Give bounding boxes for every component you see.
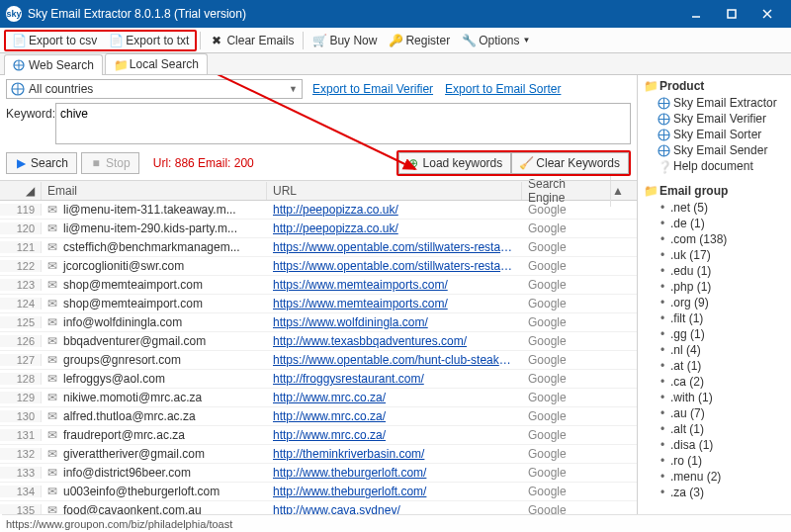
table-row[interactable]: 123✉shop@memteaimport.comhttps://www.mem… (0, 276, 637, 295)
keyword-label: Keyword: (6, 103, 55, 144)
url-link[interactable]: http://theminkriverbasin.com/ (267, 447, 522, 461)
export-csv-button[interactable]: 📄Export to csv (6, 32, 103, 49)
plus-icon: ⊕ (407, 157, 419, 169)
envelope-icon: ✉ (47, 222, 61, 235)
envelope-icon: ✉ (47, 297, 61, 310)
url-link[interactable]: http://www.theburgerloft.com/ (267, 485, 522, 498)
minimize-button[interactable] (678, 0, 714, 28)
load-keywords-button[interactable]: ⊕Load keywords (398, 152, 512, 174)
url-link[interactable]: http://www.mrc.co.za/ (267, 409, 522, 423)
email-group-item[interactable]: •.menu (2) (644, 469, 785, 485)
url-link[interactable]: https://www.opentable.com/stillwaters-re… (267, 259, 522, 273)
email-group-item[interactable]: •.org (9) (644, 295, 785, 310)
email-group-item[interactable]: •.with (1) (644, 390, 785, 405)
export-verifier-link[interactable]: Export to Email Verifier (312, 82, 433, 96)
main-area: All countries ▼ Export to Email Verifier… (0, 75, 791, 514)
country-select[interactable]: All countries ▼ (6, 79, 303, 99)
play-icon: ▶ (15, 157, 27, 169)
email-group-item[interactable]: •.disa (1) (644, 437, 785, 453)
table-row[interactable]: 132✉giverattheriver@gmail.comhttp://them… (0, 445, 637, 464)
email-group-item[interactable]: •.uk (17) (644, 247, 785, 263)
table-row[interactable]: 128✉lefroggys@aol.comhttp://froggysresta… (0, 370, 637, 389)
url-link[interactable]: https://www.wolfdiningla.com/ (267, 315, 522, 329)
maximize-button[interactable] (714, 0, 749, 28)
export-sorter-link[interactable]: Export to Email Sorter (445, 82, 561, 96)
register-button[interactable]: 🔑Register (383, 32, 456, 49)
close-button[interactable] (749, 0, 785, 28)
email-group-item[interactable]: •.filt (1) (644, 310, 785, 326)
table-row[interactable]: 126✉bbqadventurer@gmail.comhttp://www.te… (0, 332, 637, 351)
email-group-item[interactable]: •.php (1) (644, 279, 785, 295)
email-group-item[interactable]: •.nl (4) (644, 342, 785, 358)
table-row[interactable]: 135✉food@cavaonkent.com.auhttp://www.cav… (0, 501, 637, 514)
email-group-item[interactable]: •.com (138) (644, 231, 785, 247)
export-txt-button[interactable]: 📄Export to txt (103, 32, 195, 49)
email-group-section: 📁Email group •.net (5)•.de (1)•.com (138… (644, 184, 785, 500)
grid-body[interactable]: 119✉li@menu-item-311.takeaway.m...http:/… (0, 201, 637, 514)
table-row[interactable]: 133✉info@district96beer.comhttp://www.th… (0, 464, 637, 483)
email-group-item[interactable]: •.de (1) (644, 216, 785, 231)
email-group-item[interactable]: •.ca (2) (644, 374, 785, 390)
email-group-item[interactable]: •.gg (1) (644, 326, 785, 342)
table-row[interactable]: 134✉u003einfo@theburgerloft.comhttp://ww… (0, 483, 637, 501)
email-group-item[interactable]: •.at (1) (644, 358, 785, 374)
email-group-item[interactable]: •.au (7) (644, 405, 785, 421)
tab-local-search[interactable]: 📁Local Search (105, 53, 208, 74)
table-row[interactable]: 122✉jcorcoglioniti@swr.comhttps://www.op… (0, 257, 637, 276)
url-link[interactable]: http://froggysrestaurant.com/ (267, 372, 522, 386)
table-row[interactable]: 125✉info@wolfdiningla.comhttps://www.wol… (0, 313, 637, 332)
table-row[interactable]: 124✉shop@memteaimport.comhttps://www.mem… (0, 295, 637, 313)
tab-web-search[interactable]: Web Search (4, 54, 103, 75)
url-link[interactable]: https://www.memteaimports.com/ (267, 297, 522, 310)
envelope-icon: ✉ (47, 240, 61, 254)
clear-keywords-button[interactable]: 🧹Clear Keywords (511, 152, 629, 174)
bullet-icon: • (658, 391, 667, 404)
email-group-item[interactable]: •.ro (1) (644, 453, 785, 469)
table-row[interactable]: 129✉nikiwe.momoti@mrc.ac.zahttp://www.mr… (0, 389, 637, 407)
table-row[interactable]: 131✉fraudreport@mrc.ac.zahttp://www.mrc.… (0, 426, 637, 445)
col-url[interactable]: URL (267, 182, 522, 200)
url-link[interactable]: http://www.mrc.co.za/ (267, 428, 522, 442)
product-header[interactable]: 📁Product (644, 79, 785, 93)
keyword-input[interactable] (55, 103, 631, 144)
clear-emails-button[interactable]: ✖Clear Emails (204, 32, 300, 49)
table-row[interactable]: 130✉alfred.thutloa@mrc.ac.zahttp://www.m… (0, 407, 637, 426)
envelope-icon: ✉ (47, 428, 61, 442)
col-rownum[interactable]: ◢ (0, 182, 42, 200)
bullet-icon: • (658, 486, 667, 499)
scroll-up-icon[interactable]: ▲ (611, 184, 625, 198)
url-link[interactable]: http://www.cava.sydney/ (267, 503, 522, 514)
table-row[interactable]: 120✉li@menu-item-290.kids-party.m...http… (0, 220, 637, 238)
url-link[interactable]: https://www.memteaimports.com/ (267, 278, 522, 292)
stop-button[interactable]: ■Stop (81, 152, 139, 174)
url-link[interactable]: http://www.texasbbqadventures.com/ (267, 334, 522, 348)
url-link[interactable]: http://www.theburgerloft.com/ (267, 466, 522, 480)
email-group-item[interactable]: •.za (3) (644, 485, 785, 500)
email-group-item[interactable]: •.edu (1) (644, 263, 785, 279)
globe-icon (13, 59, 25, 71)
table-row[interactable]: 119✉li@menu-item-311.takeaway.m...http:/… (0, 201, 637, 220)
url-link[interactable]: http://peepopizza.co.uk/ (267, 203, 522, 217)
product-link[interactable]: Sky Email Sender (644, 142, 785, 158)
broom-icon: 🧹 (520, 157, 532, 169)
svg-rect-1 (728, 10, 736, 18)
email-group-header[interactable]: 📁Email group (644, 184, 785, 198)
product-link[interactable]: ❔Help document (644, 158, 785, 174)
product-link[interactable]: Sky Email Extractor (644, 95, 785, 111)
table-row[interactable]: 121✉csteffich@benchmarkmanagem...https:/… (0, 238, 637, 257)
email-group-item[interactable]: •.alt (1) (644, 421, 785, 437)
bullet-icon: • (658, 311, 667, 325)
product-link[interactable]: Sky Email Verifier (644, 111, 785, 127)
url-link[interactable]: http://peepopizza.co.uk/ (267, 222, 522, 235)
col-email[interactable]: Email (42, 182, 267, 200)
buy-now-button[interactable]: 🛒Buy Now (307, 32, 383, 49)
email-group-item[interactable]: •.net (5) (644, 200, 785, 216)
search-button[interactable]: ▶Search (6, 152, 77, 174)
url-link[interactable]: https://www.opentable.com/stillwaters-re… (267, 240, 522, 254)
product-link[interactable]: Sky Email Sorter (644, 127, 785, 142)
url-link[interactable]: https://www.opentable.com/hunt-club-stea… (267, 353, 522, 367)
options-button[interactable]: 🔧Options▼ (456, 32, 536, 49)
url-link[interactable]: http://www.mrc.co.za/ (267, 391, 522, 404)
envelope-icon: ✉ (47, 372, 61, 386)
table-row[interactable]: 127✉groups@gnresort.comhttps://www.opent… (0, 351, 637, 370)
